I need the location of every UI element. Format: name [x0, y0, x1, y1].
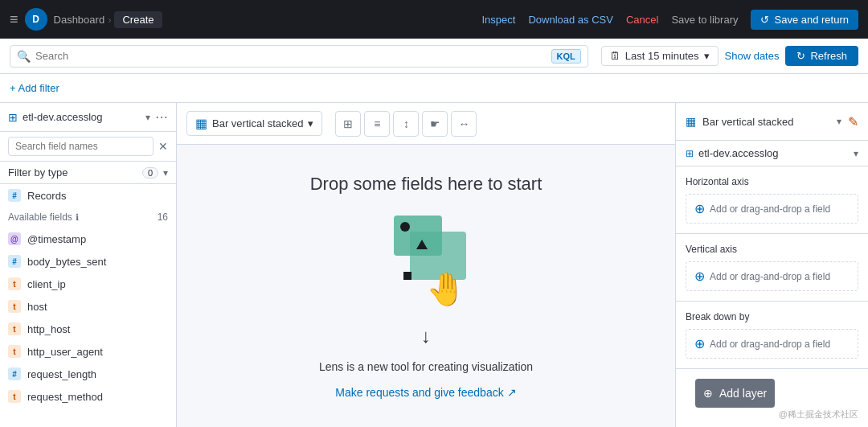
vertical-axis-placeholder: Add or drag-and-drop a field: [710, 271, 830, 282]
field-http-host-name: http_host: [27, 323, 71, 335]
horizontal-add-icon: ⊕: [694, 201, 705, 216]
refresh-label: Refresh: [810, 50, 847, 62]
field-search: ✕: [0, 132, 176, 162]
right-viz-chevron-icon[interactable]: ▾: [837, 116, 841, 127]
toolbar-btn-5[interactable]: ↔: [451, 111, 477, 137]
records-item[interactable]: # Records: [0, 184, 176, 207]
field-http-user-agent-name: http_user_agent: [27, 346, 103, 358]
break-down-drop-zone[interactable]: ⊕ Add or drag-and-drop a field: [686, 329, 858, 359]
toolbar-btn-4[interactable]: ☛: [422, 111, 448, 137]
breadcrumb-current[interactable]: Create: [114, 11, 162, 28]
field-client-ip-name: client_ip: [27, 278, 66, 290]
field-request-length[interactable]: # request_length: [0, 363, 176, 385]
field-timestamp[interactable]: @ @timestamp: [0, 228, 176, 250]
add-layer-button[interactable]: ⊕ Add layer: [695, 379, 775, 408]
horizontal-axis-section: Horizontal axis ⊕ Add or drag-and-drop a…: [676, 166, 868, 234]
menu-icon[interactable]: ≡: [10, 11, 18, 28]
horizontal-axis-placeholder: Add or drag-and-drop a field: [710, 203, 830, 215]
records-label: Records: [27, 190, 66, 202]
add-layer-label: Add layer: [719, 387, 767, 400]
field-search-input[interactable]: [8, 137, 154, 156]
kql-badge[interactable]: KQL: [551, 49, 581, 64]
watermark: @稀土掘金技术社区: [779, 409, 858, 421]
text-type-badge-5: t: [8, 390, 21, 403]
field-host-name: host: [27, 301, 47, 313]
viz-type-chevron-icon: ▾: [308, 117, 313, 129]
breadcrumb-parent[interactable]: Dashboard: [54, 14, 105, 26]
right-panel-header: ▦ Bar vertical stacked ▾ ✎: [676, 103, 868, 141]
refresh-icon: ↻: [796, 50, 805, 62]
search-icon: 🔍: [17, 50, 31, 63]
toolbar-btn-2[interactable]: ≡: [364, 111, 390, 137]
refresh-button[interactable]: ↻ Refresh: [785, 46, 858, 66]
drop-zone: Drop some fields here to start 🤚 ↓ Lens …: [177, 145, 675, 427]
vertical-axis-section: Vertical axis ⊕ Add or drag-and-drop a f…: [676, 234, 868, 302]
time-range-label: Last 15 minutes: [625, 50, 699, 62]
search-input-container: 🔍 KQL: [10, 45, 588, 68]
filter-by-type[interactable]: Filter by type 0 ▾: [0, 162, 176, 184]
search-bar: 🔍 KQL 🗓 Last 15 minutes ▾ Show dates ↻ R…: [0, 39, 868, 74]
field-request-method-name: request_method: [27, 391, 103, 403]
field-http-user-agent[interactable]: t http_user_agent: [0, 340, 176, 363]
break-down-placeholder: Add or drag-and-drop a field: [710, 339, 830, 350]
text-type-badge-3: t: [8, 322, 21, 335]
drop-dot-icon: [400, 222, 410, 232]
time-picker[interactable]: 🗓 Last 15 minutes ▾: [601, 46, 719, 66]
horizontal-axis-drop-zone[interactable]: ⊕ Add or drag-and-drop a field: [686, 194, 858, 224]
inspect-link[interactable]: Inspect: [482, 14, 516, 26]
right-index-selector[interactable]: ⊞ etl-dev.accesslog ▾: [676, 141, 868, 166]
field-http-host[interactable]: t http_host: [0, 318, 176, 340]
toolbar-btn-1[interactable]: ⊞: [335, 111, 361, 137]
horizontal-axis-label: Horizontal axis: [686, 176, 858, 187]
text-type-badge-4: t: [8, 345, 21, 358]
text-type-badge-1: t: [8, 277, 21, 290]
field-body-bytes-sent[interactable]: # body_bytes_sent: [0, 250, 176, 273]
avatar: D: [25, 8, 47, 31]
top-nav: ≡ D Dashboard › Create Inspect Download …: [0, 0, 868, 39]
available-fields-header: Available fields ℹ 16: [0, 207, 176, 228]
add-filter-button[interactable]: + Add filter: [10, 82, 59, 94]
search-input[interactable]: [35, 50, 547, 62]
field-host[interactable]: t host: [0, 295, 176, 318]
nav-actions: Inspect Download as CSV Cancel Save to l…: [482, 10, 859, 30]
left-sidebar: ⊞ etl-dev.accesslog ▾ ⋯ ✕ Filter by type…: [0, 103, 177, 427]
drop-subtitle: Lens is a new tool for creating visualiz…: [319, 360, 533, 373]
search-bar-right: 🗓 Last 15 minutes ▾ Show dates ↻ Refresh: [601, 46, 858, 66]
field-request-method[interactable]: t request_method: [0, 385, 176, 408]
toolbar-btn-3[interactable]: ↕: [393, 111, 419, 137]
viz-toolbar: ▦ Bar vertical stacked ▾ ⊞ ≡ ↕ ☛ ↔: [177, 103, 675, 145]
drop-arrow-icon: ↓: [421, 325, 431, 347]
save-return-button[interactable]: ↺ Save and return: [751, 10, 858, 30]
download-csv-link[interactable]: Download as CSV: [528, 14, 613, 26]
viz-type-selector[interactable]: ▦ Bar vertical stacked ▾: [186, 111, 322, 136]
right-panel: ▦ Bar vertical stacked ▾ ✎ ⊞ etl-dev.acc…: [675, 103, 868, 427]
hash-type-badge: #: [8, 255, 21, 268]
save-library-link[interactable]: Save to library: [671, 14, 738, 26]
show-dates-button[interactable]: Show dates: [725, 50, 780, 62]
index-icon: ⊞: [8, 111, 18, 124]
right-index-chevron-icon[interactable]: ▾: [854, 148, 858, 159]
toolbar-actions: ⊞ ≡ ↕ ☛ ↔: [335, 111, 477, 137]
right-index-name: etl-dev.accesslog: [698, 147, 849, 159]
filter-type-label: Filter by type: [8, 166, 68, 179]
drop-triangle-icon: [416, 240, 428, 249]
calendar-icon: 🗓: [610, 50, 620, 62]
index-chevron-icon[interactable]: ▾: [145, 112, 150, 123]
vertical-axis-drop-zone[interactable]: ⊕ Add or drag-and-drop a field: [686, 261, 858, 291]
viz-type-icon: ▦: [195, 116, 207, 131]
right-edit-icon[interactable]: ✎: [848, 114, 858, 129]
index-name: etl-dev.accesslog: [23, 111, 141, 123]
field-body-bytes-sent-name: body_bytes_sent: [27, 256, 106, 268]
add-layer-icon: ⊕: [703, 387, 713, 400]
index-more-icon[interactable]: ⋯: [155, 109, 168, 125]
field-timestamp-name: @timestamp: [27, 233, 86, 245]
index-selector[interactable]: ⊞ etl-dev.accesslog ▾ ⋯: [0, 103, 176, 132]
right-index-icon: ⊞: [686, 148, 694, 159]
available-fields-label: Available fields ℹ: [8, 211, 79, 223]
feedback-link[interactable]: Make requests and give feedback ↗: [335, 386, 516, 399]
field-search-clear-icon[interactable]: ✕: [158, 140, 168, 153]
field-client-ip[interactable]: t client_ip: [0, 273, 176, 295]
viz-type-label: Bar vertical stacked: [212, 117, 303, 129]
cancel-link[interactable]: Cancel: [626, 14, 658, 26]
available-fields-info-icon[interactable]: ℹ: [76, 212, 79, 223]
